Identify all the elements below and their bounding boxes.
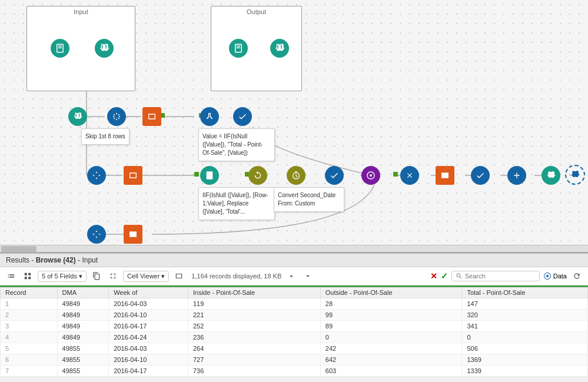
row1-orange-node[interactable] [142,107,161,126]
row2-binoculars-node[interactable] [542,166,560,185]
row2-transform1-node[interactable] [87,166,106,185]
scrollbar-thumb[interactable] [1,246,36,252]
results-title: Results - Browse (42) - Input [6,256,98,264]
tooltip-value-iif: Value = IIF(IsNull ([Value]), "Total - P… [198,128,275,161]
fields-dropdown[interactable]: 5 of 5 Fields ▾ [38,271,87,282]
row2-check2-node[interactable] [471,166,490,185]
table-row: 6498552016-04-107276421369 [1,354,588,366]
row3-transform-node[interactable] [87,225,106,244]
search-box[interactable] [451,271,540,281]
scroll-down-btn[interactable] [301,270,314,283]
canvas-hscrollbar[interactable] [0,245,588,252]
input-box: Input [26,6,135,91]
data-table: RecordDMAWeek ofInside - Point-Of-SaleOu… [0,285,588,377]
row2-purple-node[interactable] [361,166,380,185]
col-header-outside---point-of-sale[interactable]: Outside - Point-Of-Sale [320,287,462,298]
svg-point-31 [370,174,372,177]
row2-check-node[interactable] [325,166,344,185]
list-icon-btn[interactable] [5,270,18,283]
row1-transform-node[interactable] [107,107,126,126]
col-header-dma[interactable]: DMA [57,287,109,298]
layout-icon-btn[interactable] [172,270,185,283]
workflow-canvas[interactable]: Input Output Skip 1s [0,0,588,253]
output-book-node[interactable] [229,39,248,58]
row1-check-node[interactable] [233,107,252,126]
row2-timer-node[interactable] [287,166,305,185]
tooltip-convert-date: Convert Second_Date From: Custom [274,187,344,212]
browse-label: Browse (42) [36,256,76,264]
row2-circular-node[interactable] [248,166,267,185]
input-book-node[interactable] [51,39,69,58]
row2-add-node[interactable] [507,166,526,185]
bottom-panel: Results - Browse (42) - Input 5 of 5 Fie… [0,253,588,377]
results-toolbar: 5 of 5 Fields ▾ Cell Viewer ▾ 1,164 reco… [0,267,588,285]
search-icon [456,273,463,280]
row2-x-node[interactable] [400,166,419,185]
input-binoculars-node[interactable] [95,39,114,58]
row3-orange-node[interactable] [124,225,142,244]
table-body: 1498492016-04-03119281472498492016-04-10… [1,298,588,377]
apply-btn[interactable]: ✓ [441,271,448,281]
expand-icon-btn[interactable] [107,270,119,283]
results-source: Input [82,256,98,264]
output-binoculars-node[interactable] [270,39,289,58]
table-row: 5498552016-04-03264242506 [1,343,588,354]
svg-point-30 [293,172,300,179]
tooltip-iif-null: IIF(IsNull ([Value]), [Row-1:Value], Rep… [198,187,275,220]
clear-btn[interactable]: ✕ [430,271,437,281]
output-box-label: Output [211,6,301,17]
data-radio-group: ⦿ Data [543,271,567,281]
copy-icon-btn[interactable] [90,270,103,283]
col-header-week-of[interactable]: Week of [109,287,188,298]
data-label: Data [553,273,567,280]
row2-book-node[interactable] [200,166,219,185]
output-box: Output [211,6,302,91]
table-row: 2498492016-04-1022199320 [1,310,588,321]
row1-binoculars-node[interactable] [68,107,87,126]
table-row: 3498492016-04-1725289341 [1,321,588,332]
data-table-container: RecordDMAWeek ofInside - Point-Of-SaleOu… [0,285,588,377]
row2-selected-node[interactable] [565,165,585,185]
col-header-total---point-of-sale[interactable]: Total - Point-Of-Sale [462,287,588,298]
table-row: 1498492016-04-0311928147 [1,298,588,310]
record-count: 1,164 records displayed, 18 KB [191,273,281,280]
row2-orange2-node[interactable] [436,166,454,185]
col-header-inside---point-of-sale[interactable]: Inside - Point-Of-Sale [188,287,321,298]
svg-rect-27 [393,172,398,177]
cell-viewer-dropdown[interactable]: Cell Viewer ▾ [123,271,169,282]
col-header-record[interactable]: Record [1,287,58,298]
table-row: 7498552016-04-177366031339 [1,366,588,377]
svg-rect-24 [194,172,199,177]
table-row: 4498492016-04-2423600 [1,332,588,343]
radio-dot: ⦿ [543,271,552,281]
results-header: Results - Browse (42) - Input [0,254,588,267]
scroll-up-btn[interactable] [285,270,298,283]
row1-flask-node[interactable] [200,107,219,126]
search-input[interactable] [465,273,536,280]
tooltip-skip-rows: Skip 1st 8 rows [81,128,129,145]
refresh-btn[interactable] [570,270,583,283]
input-box-label: Input [27,6,135,17]
grid-icon-btn[interactable] [21,270,34,283]
row2-orange1-node[interactable] [124,166,142,185]
